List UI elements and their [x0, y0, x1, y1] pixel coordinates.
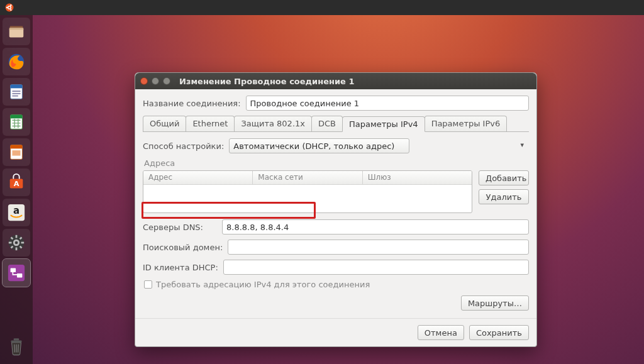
- tab-general[interactable]: Общий: [143, 116, 186, 131]
- dialog-titlebar[interactable]: Изменение Проводное соединение 1: [135, 73, 536, 89]
- launcher-item-amazon[interactable]: a: [3, 199, 30, 226]
- window-minimize-button[interactable]: [152, 77, 159, 85]
- col-address: Адрес: [143, 171, 253, 184]
- tab-ethernet[interactable]: Ethernet: [186, 116, 235, 131]
- launcher-item-writer[interactable]: [3, 78, 30, 106]
- addresses-section-label: Адреса: [144, 158, 529, 168]
- tabs: Общий Ethernet Защита 802.1x DCB Парамет…: [143, 116, 529, 132]
- dialog-footer: Отмена Сохранить: [135, 318, 536, 346]
- method-select[interactable]: Автоматически (DHCP, только адрес): [229, 138, 409, 153]
- connection-name-label: Название соединения:: [143, 99, 241, 108]
- col-netmask: Маска сети: [253, 171, 362, 184]
- svg-rect-11: [12, 91, 20, 92]
- calc-icon: [7, 113, 26, 131]
- svg-rect-18: [12, 150, 20, 155]
- connection-name-input[interactable]: [246, 96, 529, 111]
- trash-icon: [6, 336, 27, 357]
- svg-rect-13: [12, 96, 18, 97]
- network-connection-editor-dialog: Изменение Проводное соединение 1 Названи…: [135, 72, 537, 347]
- routes-button[interactable]: Маршруты…: [461, 295, 529, 311]
- svg-rect-17: [11, 145, 23, 149]
- window-close-button[interactable]: [140, 77, 148, 85]
- svg-rect-35: [17, 273, 22, 278]
- dialog-title: Изменение Проводное соединение 1: [179, 77, 354, 86]
- address-delete-button[interactable]: Удалить: [479, 189, 529, 204]
- dns-servers-input[interactable]: [222, 219, 529, 234]
- method-select-wrap: Автоматически (DHCP, только адрес): [229, 138, 529, 153]
- col-gateway: Шлюз: [363, 171, 472, 184]
- address-add-button[interactable]: Добавить: [479, 170, 529, 185]
- launcher-item-settings[interactable]: [3, 229, 30, 256]
- tab-8021x[interactable]: Защита 802.1x: [234, 116, 312, 131]
- svg-point-4: [10, 9, 11, 11]
- unity-launcher: A a: [0, 15, 33, 364]
- svg-rect-36: [11, 340, 22, 342]
- svg-point-3: [10, 4, 11, 6]
- require-ipv4-label: Требовать адресацию IPv4 для этого соеди…: [156, 280, 370, 289]
- method-label: Способ настройки:: [143, 141, 224, 151]
- network-manager-icon: [7, 263, 26, 282]
- files-icon: [7, 22, 26, 41]
- ubuntu-logo-icon: [5, 3, 14, 12]
- desktop: A a Изменение Проводное соединение 1 Наз…: [0, 0, 644, 364]
- cancel-button[interactable]: Отмена: [418, 325, 464, 340]
- save-button[interactable]: Сохранить: [469, 325, 529, 340]
- svg-line-29: [11, 238, 13, 240]
- require-ipv4-checkbox[interactable]: [144, 280, 152, 289]
- dhcp-client-id-label: ID клиента DHCP:: [143, 263, 218, 272]
- svg-rect-12: [12, 93, 20, 94]
- svg-line-31: [11, 246, 13, 248]
- addresses-table[interactable]: Адрес Маска сети Шлюз: [143, 170, 472, 213]
- svg-rect-34: [11, 268, 16, 273]
- search-domain-label: Поисковый домен:: [143, 243, 223, 252]
- svg-line-38: [14, 345, 15, 353]
- writer-icon: [7, 82, 26, 101]
- launcher-item-network-manager[interactable]: [3, 259, 30, 287]
- launcher-item-firefox[interactable]: [3, 48, 30, 75]
- launcher-item-software-center[interactable]: A: [3, 168, 30, 196]
- svg-rect-7: [9, 28, 24, 30]
- settings-icon: [7, 233, 26, 252]
- svg-line-40: [18, 345, 19, 353]
- svg-rect-10: [11, 85, 23, 89]
- launcher-item-calc[interactable]: [3, 108, 30, 136]
- svg-text:A: A: [14, 180, 19, 188]
- launcher-item-trash[interactable]: [3, 333, 30, 360]
- amazon-icon: a: [7, 203, 26, 222]
- svg-line-32: [20, 238, 22, 240]
- svg-point-2: [6, 7, 8, 8]
- dns-label: Серверы DNS:: [143, 223, 217, 232]
- tab-ipv4[interactable]: Параметры IPv4: [342, 116, 425, 132]
- addresses-table-header: Адрес Маска сети Шлюз: [143, 171, 472, 185]
- window-maximize-button[interactable]: [163, 77, 170, 85]
- svg-rect-37: [14, 338, 19, 340]
- software-center-icon: A: [7, 173, 26, 192]
- svg-line-30: [20, 246, 22, 248]
- launcher-item-files[interactable]: [3, 18, 30, 45]
- impress-icon: [7, 143, 26, 162]
- launcher-item-impress[interactable]: [3, 138, 30, 166]
- top-panel: [0, 0, 644, 15]
- svg-rect-15: [11, 115, 23, 119]
- firefox-icon: [7, 52, 26, 71]
- dialog-body: Название соединения: Общий Ethernet Защи…: [135, 89, 536, 318]
- tab-dcb[interactable]: DCB: [311, 116, 343, 131]
- svg-text:a: a: [13, 205, 19, 216]
- svg-rect-33: [8, 265, 25, 281]
- search-domain-input[interactable]: [228, 240, 529, 255]
- dhcp-client-id-input[interactable]: [223, 260, 529, 275]
- tab-ipv6[interactable]: Параметры IPv6: [425, 116, 508, 131]
